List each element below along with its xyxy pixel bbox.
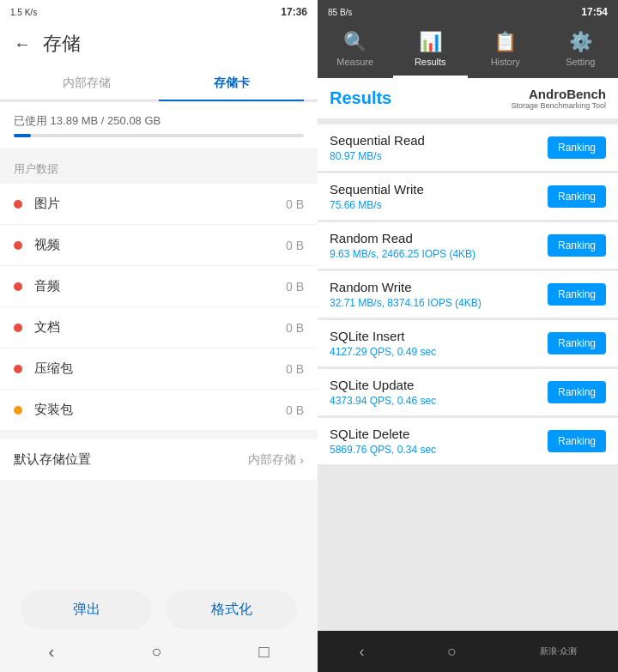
dot-apk (14, 406, 22, 415)
androbench-logo: AndroBench Storage Benchmarking Tool (512, 87, 606, 110)
result-name: SQLite Delete (330, 427, 548, 441)
eject-button[interactable]: 弹出 (21, 590, 152, 629)
list-item: 音频 0 B (0, 266, 318, 307)
result-value: 9.63 MB/s, 2466.25 IOPS (4KB) (330, 248, 548, 260)
signal-left: 1.5 K/s (10, 8, 37, 17)
dot-audio (14, 282, 22, 291)
result-info: Sequential Write 75.66 MB/s (330, 182, 548, 211)
tab-results[interactable]: 📊 Results (393, 24, 469, 78)
bottom-buttons: 弹出 格式化 (0, 590, 318, 629)
chevron-right-icon: › (300, 453, 304, 467)
file-size-apk: 0 B (286, 403, 304, 417)
result-value: 4373.94 QPS, 0.46 sec (330, 395, 548, 407)
file-name-archives: 压缩包 (34, 360, 286, 377)
watermark-text: 新浪·众测 (540, 645, 577, 657)
ranking-button-seq-read[interactable]: Ranking (548, 136, 606, 159)
file-size-pictures: 0 B (286, 197, 304, 211)
result-info: SQLite Update 4373.94 QPS, 0.46 sec (330, 378, 548, 407)
back-button[interactable]: ← (14, 34, 31, 54)
tab-internal-storage[interactable]: 内部存储 (14, 67, 159, 100)
status-bar-left: 1.5 K/s 17:36 (0, 0, 318, 24)
right-panel: 85 B/s 17:54 🔍 Measure 📊 Results 📋 Histo… (318, 0, 618, 672)
tab-history[interactable]: 📋 History (468, 24, 543, 78)
status-bar-right: 85 B/s 17:54 (318, 0, 618, 24)
signal-text-left: 1.5 K/s (10, 8, 37, 17)
left-panel: 1.5 K/s 17:36 ← 存储 内部存储 存储卡 已使用 13.89 MB… (0, 0, 318, 672)
time-right: 17:54 (581, 6, 608, 18)
list-item: 视频 0 B (0, 225, 318, 266)
result-name: SQLite Insert (330, 329, 548, 343)
nav-home-right-icon[interactable]: ○ (447, 643, 457, 661)
format-button[interactable]: 格式化 (166, 590, 297, 629)
result-name: Random Read (330, 231, 548, 245)
file-name-docs: 文档 (34, 319, 286, 336)
ranking-button-sqlite-update[interactable]: Ranking (548, 381, 606, 403)
tab-measure-label: Measure (336, 57, 373, 67)
header-left: ← 存储 (0, 24, 318, 67)
brand-sub: Storage Benchmarking Tool (512, 101, 606, 110)
tab-sd-card[interactable]: 存储卡 (159, 67, 304, 100)
file-name-audio: 音频 (34, 278, 286, 294)
tab-bar: 内部存储 存储卡 (0, 67, 318, 101)
file-name-apk: 安装包 (34, 402, 286, 418)
storage-bar-fill (14, 134, 31, 137)
tab-setting-label: Setting (566, 57, 595, 67)
storage-info: 已使用 13.89 MB / 250.08 GB (0, 103, 318, 148)
result-info: Random Read 9.63 MB/s, 2466.25 IOPS (4KB… (330, 231, 548, 260)
ranking-button-rand-read[interactable]: Ranking (548, 234, 606, 257)
nav-back-icon[interactable]: ‹ (49, 642, 55, 662)
tab-setting[interactable]: ⚙️ Setting (543, 24, 619, 78)
setting-icon: ⚙️ (569, 31, 592, 53)
default-storage-value: 内部存储 › (248, 452, 304, 468)
result-info: SQLite Delete 5869.76 QPS, 0.34 sec (330, 427, 548, 456)
dot-videos (14, 241, 22, 250)
result-sequential-write: Sequential Write 75.66 MB/s Ranking (318, 173, 618, 220)
nav-back-right-icon[interactable]: ‹ (359, 643, 364, 661)
tab-history-label: History (491, 57, 520, 67)
tab-measure[interactable]: 🔍 Measure (318, 24, 393, 78)
result-info: SQLite Insert 4127.29 QPS, 0.49 sec (330, 329, 548, 358)
nav-bar-left: ‹ ○ □ (0, 631, 318, 672)
result-name: Random Write (330, 280, 548, 294)
result-value: 80.97 MB/s (330, 150, 548, 162)
result-info: Sequential Read 80.97 MB/s (330, 133, 548, 162)
list-item: 文档 0 B (0, 307, 318, 348)
file-name-pictures: 图片 (34, 196, 286, 212)
result-random-read: Random Read 9.63 MB/s, 2466.25 IOPS (4KB… (318, 222, 618, 269)
result-name: SQLite Update (330, 378, 548, 392)
file-list: 图片 0 B 视频 0 B 音频 0 B 文档 0 B 压缩包 0 B 安装包 … (0, 184, 318, 431)
default-storage[interactable]: 默认存储位置 内部存储 › (0, 439, 318, 480)
ranking-button-sqlite-delete[interactable]: Ranking (548, 430, 606, 452)
storage-bar (14, 134, 304, 137)
signal-text-right: 85 B/s (328, 8, 352, 17)
ranking-button-rand-write[interactable]: Ranking (548, 283, 606, 306)
result-random-write: Random Write 32.71 MB/s, 8374.16 IOPS (4… (318, 271, 618, 318)
brand-name: AndroBench (512, 87, 606, 101)
result-name: Sequential Write (330, 182, 548, 197)
nav-home-icon[interactable]: ○ (151, 642, 161, 662)
list-item: 安装包 0 B (0, 390, 318, 431)
measure-icon: 🔍 (343, 31, 367, 53)
ranking-button-seq-write[interactable]: Ranking (548, 185, 606, 208)
file-name-videos: 视频 (34, 237, 286, 253)
result-sequential-read: Sequential Read 80.97 MB/s Ranking (318, 124, 618, 171)
result-info: Random Write 32.71 MB/s, 8374.16 IOPS (4… (330, 280, 548, 309)
nav-recent-icon[interactable]: □ (258, 642, 269, 662)
signal-right: 85 B/s (328, 8, 352, 17)
results-header: Results AndroBench Storage Benchmarking … (318, 78, 618, 118)
page-title: 存储 (43, 31, 81, 57)
list-item: 压缩包 0 B (0, 348, 318, 390)
history-icon: 📋 (494, 31, 517, 53)
list-item: 图片 0 B (0, 184, 318, 225)
ranking-button-sqlite-insert[interactable]: Ranking (548, 332, 606, 354)
dot-archives (14, 365, 22, 373)
dot-pictures (14, 200, 22, 209)
app-tabs: 🔍 Measure 📊 Results 📋 History ⚙️ Setting (318, 24, 618, 78)
file-size-audio: 0 B (286, 280, 304, 294)
file-size-archives: 0 B (286, 362, 304, 376)
result-sqlite-update: SQLite Update 4373.94 QPS, 0.46 sec Rank… (318, 369, 618, 415)
tab-results-label: Results (415, 57, 446, 67)
time-left: 17:36 (281, 6, 307, 18)
file-size-docs: 0 B (286, 321, 304, 335)
file-size-videos: 0 B (286, 239, 304, 252)
